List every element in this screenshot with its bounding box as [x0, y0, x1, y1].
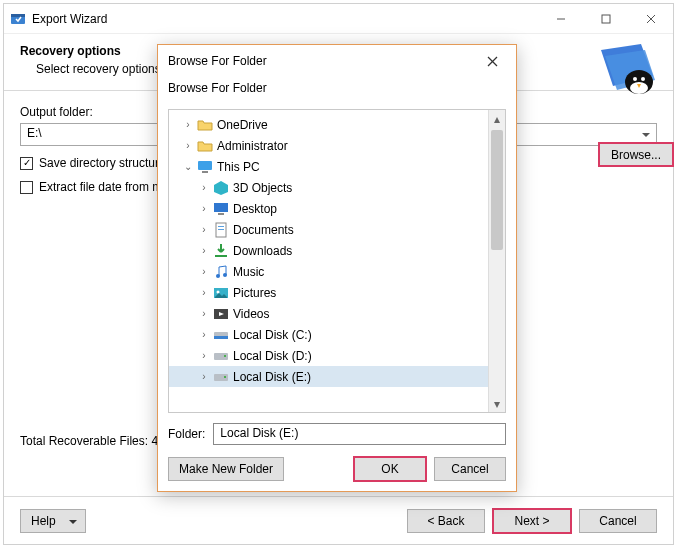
svg-rect-13 — [198, 161, 212, 170]
window-title: Export Wizard — [32, 12, 538, 26]
extract-date-label: Extract file date from m — [39, 180, 162, 194]
save-dir-checkbox[interactable] — [20, 157, 33, 170]
output-folder-value: E:\ — [27, 126, 42, 140]
svg-rect-20 — [218, 229, 224, 230]
tree-item-music[interactable]: ›Music — [169, 261, 488, 282]
documents-icon — [213, 222, 229, 238]
dialog-close-button[interactable] — [478, 47, 506, 75]
svg-rect-1 — [11, 14, 25, 17]
svg-point-23 — [223, 273, 227, 277]
scroll-down-icon[interactable]: ▾ — [489, 395, 505, 412]
svg-rect-16 — [214, 203, 228, 212]
folder-input[interactable]: Local Disk (E:) — [213, 423, 506, 445]
folder-label: Folder: — [168, 427, 205, 441]
tree-item-disk-c[interactable]: ›Local Disk (C:) — [169, 324, 488, 345]
next-button[interactable]: Next > — [493, 509, 571, 533]
folder-icon — [197, 138, 213, 154]
browse-button[interactable]: Browse... — [599, 143, 673, 166]
tree-item-desktop[interactable]: ›Desktop — [169, 198, 488, 219]
maximize-button[interactable] — [583, 4, 628, 34]
svg-marker-15 — [214, 181, 228, 195]
browse-folder-dialog: Browse For Folder Browse For Folder ›One… — [157, 44, 517, 492]
svg-rect-31 — [224, 355, 226, 357]
3d-icon — [213, 180, 229, 196]
drive-icon — [213, 369, 229, 385]
cancel-button[interactable]: Cancel — [579, 509, 657, 533]
tree-item-pictures[interactable]: ›Pictures — [169, 282, 488, 303]
svg-point-22 — [216, 274, 220, 278]
totals-text: Total Recoverable Files: 41 — [20, 434, 165, 448]
app-icon — [10, 11, 26, 27]
tree-item-downloads[interactable]: ›Downloads — [169, 240, 488, 261]
scroll-up-icon[interactable]: ▴ — [489, 110, 505, 127]
wizard-footer: Help < Back Next > Cancel — [4, 496, 673, 544]
tree-item-disk-d[interactable]: ›Local Disk (D:) — [169, 345, 488, 366]
tree-item-administrator[interactable]: ›Administrator — [169, 135, 488, 156]
svg-rect-21 — [215, 255, 227, 257]
desktop-icon — [213, 201, 229, 217]
tree-item-documents[interactable]: ›Documents — [169, 219, 488, 240]
tree-item-this-pc[interactable]: ⌄This PC — [169, 156, 488, 177]
music-icon — [213, 264, 229, 280]
svg-rect-17 — [218, 213, 224, 215]
folder-tree: ›OneDrive ›Administrator ⌄This PC ›3D Ob… — [168, 109, 506, 413]
svg-rect-19 — [218, 226, 224, 227]
ok-button[interactable]: OK — [354, 457, 426, 481]
pictures-icon — [213, 285, 229, 301]
svg-rect-14 — [202, 171, 208, 173]
dialog-subtitle: Browse For Folder — [158, 77, 516, 103]
svg-rect-29 — [214, 336, 228, 339]
drive-icon — [213, 327, 229, 343]
downloads-icon — [213, 243, 229, 259]
tree-item-disk-e[interactable]: ›Local Disk (E:) — [169, 366, 488, 387]
drive-icon — [213, 348, 229, 364]
save-dir-label: Save directory structure — [39, 156, 166, 170]
extract-date-checkbox[interactable] — [20, 181, 33, 194]
tree-item-videos[interactable]: ›Videos — [169, 303, 488, 324]
svg-point-25 — [217, 290, 220, 293]
close-button[interactable] — [628, 4, 673, 34]
make-new-folder-button[interactable]: Make New Folder — [168, 457, 284, 481]
tree-item-onedrive[interactable]: ›OneDrive — [169, 114, 488, 135]
help-button[interactable]: Help — [20, 509, 86, 533]
svg-rect-33 — [224, 376, 226, 378]
titlebar: Export Wizard — [4, 4, 673, 34]
folder-icon — [197, 117, 213, 133]
minimize-button[interactable] — [538, 4, 583, 34]
scroll-thumb[interactable] — [491, 130, 503, 250]
videos-icon — [213, 306, 229, 322]
svg-rect-3 — [602, 15, 610, 23]
svg-point-8 — [633, 77, 637, 81]
tree-item-3d-objects[interactable]: ›3D Objects — [169, 177, 488, 198]
back-button[interactable]: < Back — [407, 509, 485, 533]
svg-point-9 — [641, 77, 645, 81]
dialog-titlebar: Browse For Folder — [158, 45, 516, 77]
dialog-title: Browse For Folder — [168, 54, 478, 68]
pc-icon — [197, 159, 213, 175]
tree-scrollbar[interactable]: ▴ ▾ — [488, 110, 505, 412]
dialog-cancel-button[interactable]: Cancel — [434, 457, 506, 481]
